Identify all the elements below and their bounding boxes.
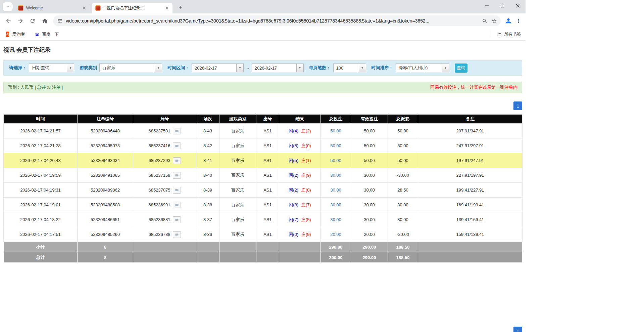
browser-menu-button[interactable]: ⋮	[514, 16, 523, 26]
cell-result: 闲(2) 庄(8)	[279, 183, 321, 198]
total-bet-link[interactable]: 30.00	[330, 202, 341, 207]
video-camera-icon	[175, 203, 179, 207]
col-header-table-no: 桌号	[256, 115, 279, 124]
table-body: 2026-02-17 04:21:57 523209496448 6852375…	[4, 124, 523, 242]
tab-favicon	[18, 5, 23, 11]
cell-game-type: 百家乐	[219, 138, 256, 153]
caret-down-icon: ▾	[239, 66, 241, 70]
cell-total-bet: 50.00	[321, 124, 351, 138]
cell-valid-bet: 50.00	[351, 153, 388, 168]
video-replay-button[interactable]	[173, 216, 181, 223]
all-bookmarks-button[interactable]: 所有书签	[496, 32, 521, 37]
video-replay-button[interactable]	[173, 187, 181, 194]
back-button[interactable]	[3, 15, 14, 27]
video-replay-button[interactable]	[173, 142, 181, 149]
window-minimize-button[interactable]	[479, 0, 495, 11]
total-bet-link[interactable]: 20.00	[330, 232, 341, 237]
col-header-session: 场次	[196, 115, 219, 124]
cell-remark: 247.91/297.91	[418, 138, 523, 153]
bookmark-taobao[interactable]: 淘 爱淘宝	[5, 32, 25, 37]
cell-round: 685237158	[133, 168, 196, 183]
cell-total-bet: 50.00	[321, 153, 351, 168]
video-replay-button[interactable]	[173, 202, 181, 208]
cell-session: 8-36	[196, 227, 219, 242]
subtotal-payout: 188.50	[388, 242, 418, 252]
cell-remark: 169.41/199.41	[418, 198, 523, 212]
col-header-payout: 总派彩	[388, 115, 418, 124]
round-number: 685236788	[148, 232, 170, 237]
dropdown-button[interactable]: ▾	[296, 64, 303, 72]
game-type-select[interactable]: 百家乐 ▾	[99, 64, 162, 72]
cell-valid-bet: 20.00	[351, 227, 388, 242]
tab-close-icon[interactable]	[81, 5, 87, 11]
zoom-button[interactable]	[480, 16, 489, 26]
video-replay-button[interactable]	[173, 157, 181, 164]
back-icon	[5, 17, 12, 24]
cell-time: 2026-02-17 04:21:57	[4, 124, 78, 138]
result-player: 闲(7)	[289, 217, 298, 222]
cell-time: 2026-02-17 04:21:28	[4, 138, 78, 153]
video-camera-icon	[175, 129, 179, 133]
address-bar[interactable]: videoie.com/ipl/portal.php/game/betrecor…	[53, 15, 501, 26]
window-close-button[interactable]	[510, 0, 526, 11]
cell-valid-bet: 30.00	[351, 212, 388, 227]
date-from-value: 2026-02-17	[192, 64, 236, 72]
video-replay-button[interactable]	[173, 172, 181, 179]
dropdown-button[interactable]: ▾	[67, 64, 74, 72]
video-replay-button[interactable]	[173, 231, 181, 238]
dropdown-button[interactable]: ▾	[236, 64, 243, 72]
site-settings-icon[interactable]	[57, 18, 62, 24]
dropdown-button[interactable]: ▾	[442, 64, 449, 72]
table-row: 2026-02-17 04:19:01 523209488508 6852369…	[4, 198, 523, 212]
dropdown-button[interactable]: ▾	[155, 64, 162, 72]
cell-session: 8-42	[196, 138, 219, 153]
search-button[interactable]: 查询	[455, 64, 467, 73]
all-bookmarks-label: 所有书签	[504, 32, 521, 37]
pagination-page-1[interactable]: 1	[513, 327, 522, 332]
cell-session: 8-43	[196, 124, 219, 138]
dropdown-button[interactable]: ▾	[359, 64, 366, 72]
total-bet-link[interactable]: 30.00	[330, 188, 341, 193]
video-replay-button[interactable]	[173, 128, 181, 134]
home-button[interactable]	[39, 15, 50, 27]
window-maximize-button[interactable]	[495, 0, 510, 11]
refresh-button[interactable]	[27, 15, 38, 27]
total-bet-link[interactable]: 50.00	[330, 158, 341, 163]
new-tab-button[interactable]	[177, 3, 185, 11]
cell-round: 685236881	[133, 212, 196, 227]
bookmark-baidu[interactable]: 百度一下	[35, 32, 59, 37]
cell-table-no: AS1	[256, 168, 279, 183]
minimize-icon	[485, 4, 489, 8]
caret-down-icon: ▾	[70, 66, 71, 70]
pagination-top: 1	[3, 101, 522, 110]
date-from-select[interactable]: 2026-02-17 ▾	[192, 64, 244, 72]
total-bet-link[interactable]: 30.00	[330, 217, 341, 222]
tab-close-icon[interactable]	[164, 5, 170, 11]
result-banker: 庄(9)	[301, 173, 311, 178]
sort-order-select[interactable]: 降幂(由大到小) ▾	[396, 64, 449, 72]
url-text[interactable]: videoie.com/ipl/portal.php/game/betrecor…	[66, 18, 480, 24]
total-bet-link[interactable]: 50.00	[330, 128, 341, 133]
query-type-select[interactable]: 日期查询 ▾	[29, 64, 74, 72]
bookmark-label: 爱淘宝	[12, 32, 25, 37]
total-bet-link[interactable]: 50.00	[330, 143, 341, 148]
date-to-select[interactable]: 2026-02-17 ▾	[252, 64, 304, 72]
cell-valid-bet: 30.00	[351, 198, 388, 212]
result-player: 闲(4)	[289, 128, 298, 133]
bookmark-star-button[interactable]	[489, 16, 499, 26]
browser-toolbar: videoie.com/ipl/portal.php/game/betrecor…	[0, 13, 526, 28]
cell-time: 2026-02-17 04:20:43	[4, 153, 78, 168]
pagination-page-1[interactable]: 1	[513, 101, 522, 110]
page-size-select[interactable]: 100 ▾	[333, 64, 366, 72]
tab-search-button[interactable]	[3, 2, 13, 11]
video-camera-icon	[175, 218, 179, 222]
filter-select-label: 请选择：	[9, 65, 27, 71]
date-to-value: 2026-02-17	[252, 64, 296, 72]
cell-bet-id: 523209488508	[78, 198, 133, 212]
profile-avatar[interactable]	[503, 16, 513, 26]
total-bet-link[interactable]: 30.00	[330, 173, 341, 178]
forward-button[interactable]	[15, 15, 26, 27]
tab-bet-record[interactable]: :::视讯 会员下注纪录:::	[92, 3, 172, 13]
tab-welcome[interactable]: Welcome	[15, 3, 89, 13]
bookmarks-bar: 淘 爱淘宝 百度一下 所有书签	[0, 28, 526, 41]
